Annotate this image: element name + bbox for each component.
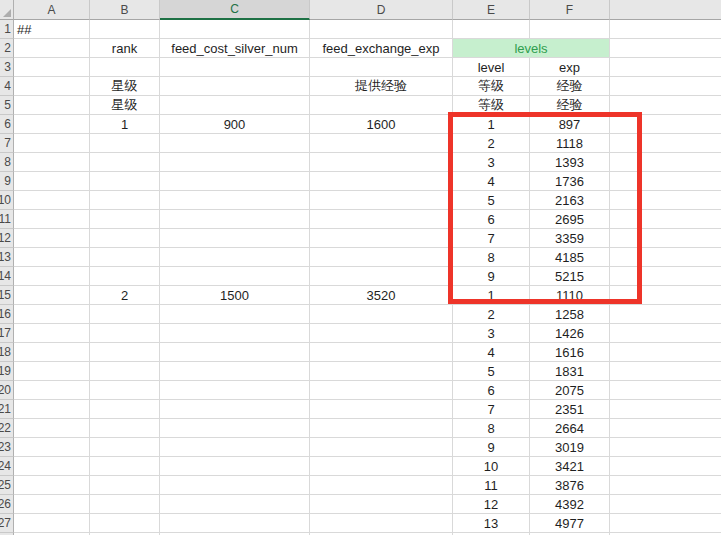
cell-G4[interactable] [610,77,721,96]
cell-D16[interactable] [310,305,453,324]
cell-G12[interactable] [610,229,721,248]
cell-A5[interactable] [14,96,90,115]
cell-B10[interactable] [90,191,160,210]
cell-D4[interactable]: 提供经验 [310,77,453,96]
cell-D12[interactable] [310,229,453,248]
row-header-20[interactable]: 20 [0,381,14,400]
cell-C8[interactable] [160,153,310,172]
row-header-14[interactable]: 14 [0,267,14,286]
cell-B20[interactable] [90,381,160,400]
cell-F16[interactable]: 1258 [530,305,610,324]
cell-B7[interactable] [90,134,160,153]
row-header-8[interactable]: 8 [0,153,14,172]
cell-B5[interactable]: 星级 [90,96,160,115]
cell-A16[interactable] [14,305,90,324]
cell-A1[interactable]: ## [14,20,90,39]
cell-F14[interactable]: 5215 [530,267,610,286]
cell-C3[interactable] [160,58,310,77]
cell-C16[interactable] [160,305,310,324]
cell-E18[interactable]: 4 [453,343,530,362]
cell-G25[interactable] [610,476,721,495]
cell-G24[interactable] [610,457,721,476]
cell-A21[interactable] [14,400,90,419]
cell-D24[interactable] [310,457,453,476]
cell-D10[interactable] [310,191,453,210]
cell-F15[interactable]: 1110 [530,286,610,305]
cell-C27[interactable] [160,514,310,533]
cell-E14[interactable]: 9 [453,267,530,286]
cell-G11[interactable] [610,210,721,229]
row-header-5[interactable]: 5 [0,96,14,115]
cell-D18[interactable] [310,343,453,362]
cell-B16[interactable] [90,305,160,324]
cell-E19[interactable]: 5 [453,362,530,381]
cell-D5[interactable] [310,96,453,115]
cell-F19[interactable]: 1831 [530,362,610,381]
cell-D22[interactable] [310,419,453,438]
cell-G21[interactable] [610,400,721,419]
cell-E5[interactable]: 等级 [453,96,530,115]
column-header-B[interactable]: B [90,0,160,20]
cell-D14[interactable] [310,267,453,286]
cell-G5[interactable] [610,96,721,115]
cell-G6[interactable] [610,115,721,134]
cell-B2[interactable]: rank [90,39,160,58]
cell-C13[interactable] [160,248,310,267]
row-header-1[interactable]: 1 [0,20,14,39]
cell-E6[interactable]: 1 [453,115,530,134]
row-header-3[interactable]: 3 [0,58,14,77]
cell-A2[interactable] [14,39,90,58]
cell-D6[interactable]: 1600 [310,115,453,134]
cell-F4[interactable]: 经验 [530,77,610,96]
cell-B11[interactable] [90,210,160,229]
cell-G10[interactable] [610,191,721,210]
cell-A24[interactable] [14,457,90,476]
cell-G18[interactable] [610,343,721,362]
cell-D21[interactable] [310,400,453,419]
cell-A25[interactable] [14,476,90,495]
cell-B22[interactable] [90,419,160,438]
cell-F1[interactable] [530,20,610,39]
column-header-E[interactable]: E [453,0,530,20]
cell-F18[interactable]: 1616 [530,343,610,362]
cell-A20[interactable] [14,381,90,400]
row-header-16[interactable]: 16 [0,305,14,324]
cell-E13[interactable]: 8 [453,248,530,267]
column-header-empty[interactable] [610,0,721,20]
cell-E11[interactable]: 6 [453,210,530,229]
cell-F5[interactable]: 经验 [530,96,610,115]
cell-C26[interactable] [160,495,310,514]
cell-E15[interactable]: 1 [453,286,530,305]
cell-F17[interactable]: 1426 [530,324,610,343]
cell-B25[interactable] [90,476,160,495]
cell-D25[interactable] [310,476,453,495]
cell-C22[interactable] [160,419,310,438]
cell-E9[interactable]: 4 [453,172,530,191]
cell-B23[interactable] [90,438,160,457]
row-header-22[interactable]: 22 [0,419,14,438]
cell-B17[interactable] [90,324,160,343]
cell-B13[interactable] [90,248,160,267]
cell-C7[interactable] [160,134,310,153]
cell-D8[interactable] [310,153,453,172]
cell-A10[interactable] [14,191,90,210]
cell-A22[interactable] [14,419,90,438]
cell-C4[interactable] [160,77,310,96]
cell-D23[interactable] [310,438,453,457]
cell-G9[interactable] [610,172,721,191]
column-header-A[interactable]: A [14,0,90,20]
cell-C10[interactable] [160,191,310,210]
cell-F20[interactable]: 2075 [530,381,610,400]
row-header-7[interactable]: 7 [0,134,14,153]
cell-E25[interactable]: 11 [453,476,530,495]
cell-B18[interactable] [90,343,160,362]
row-header-25[interactable]: 25 [0,476,14,495]
cell-E1[interactable] [453,20,530,39]
row-header-24[interactable]: 24 [0,457,14,476]
cell-E12[interactable]: 7 [453,229,530,248]
cell-F25[interactable]: 3876 [530,476,610,495]
cell-D13[interactable] [310,248,453,267]
row-header-10[interactable]: 10 [0,191,14,210]
cell-G2[interactable] [610,39,721,58]
cell-F21[interactable]: 2351 [530,400,610,419]
